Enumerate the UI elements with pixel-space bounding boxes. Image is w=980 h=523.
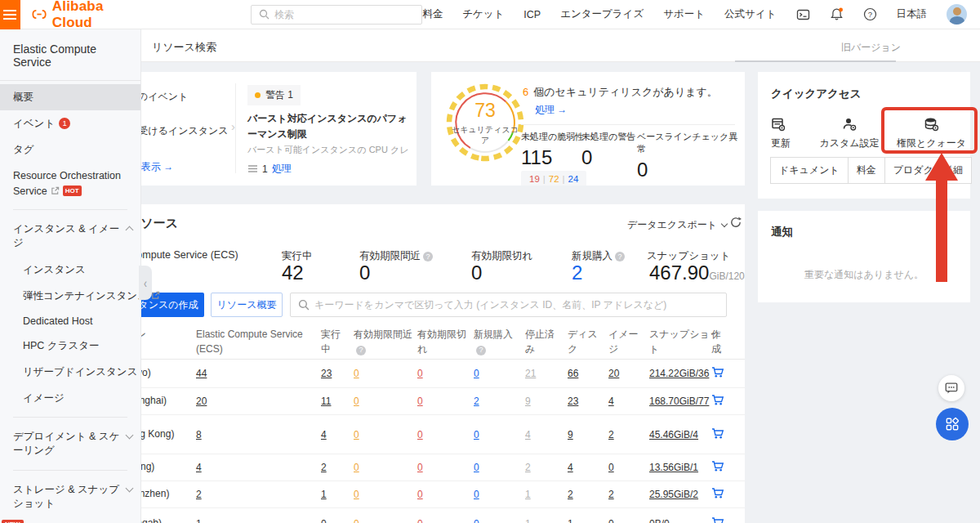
snapshot-link[interactable]: 214.22GiB/36: [649, 368, 709, 379]
near-expiry-link[interactable]: 0: [354, 518, 359, 523]
sidebar-item-instances[interactable]: インスタンス: [0, 257, 140, 284]
event-title[interactable]: バースト対応インスタンスのパフォーマンス制限: [247, 111, 411, 141]
ecs-count-link[interactable]: 1: [196, 518, 202, 523]
cart-icon[interactable]: [711, 395, 724, 409]
panel-collapse-handle[interactable]: ‹: [139, 266, 152, 300]
quick-access-permissions-quota[interactable]: 権限とクォータ: [897, 117, 965, 150]
disk-link[interactable]: 23: [568, 396, 578, 407]
expired-link[interactable]: 0: [417, 518, 423, 523]
data-export-dropdown[interactable]: データエクスポート: [627, 218, 727, 232]
image-link[interactable]: 0: [608, 518, 614, 523]
brand-logo[interactable]: Alibaba Cloud: [32, 0, 116, 31]
refresh-icon[interactable]: [729, 216, 742, 232]
sidebar-item-events[interactable]: イベント1: [0, 110, 140, 136]
sidebar-item-elastic-container[interactable]: 弾性コンテナインスタンス: [0, 284, 140, 310]
sidebar-item-tags[interactable]: タグ: [0, 136, 140, 163]
sidebar-item-hpc-cluster[interactable]: HPC クラスター: [0, 333, 140, 360]
stopped-link[interactable]: 1: [525, 518, 531, 523]
running-link[interactable]: 11: [321, 396, 331, 407]
nav-enterprise[interactable]: エンタープライズ: [560, 7, 644, 21]
resource-search-box[interactable]: [290, 293, 727, 317]
image-link[interactable]: 0: [608, 462, 614, 473]
new-purchase-link[interactable]: 0: [474, 518, 479, 523]
nav-official-site[interactable]: 公式サイト: [724, 7, 776, 21]
image-link[interactable]: 2: [608, 489, 614, 500]
expired-link[interactable]: 0: [417, 462, 423, 473]
sidebar-item-overview[interactable]: 概要: [0, 84, 140, 110]
pricing-button[interactable]: 料金: [848, 157, 885, 184]
ecs-count-link[interactable]: 2: [196, 489, 202, 500]
snapshot-link[interactable]: 45.46GiB/4: [649, 429, 698, 440]
sidebar-section-instances-images[interactable]: インスタンス & イメージ: [0, 215, 140, 257]
global-search[interactable]: [251, 5, 422, 25]
cart-icon[interactable]: [711, 488, 724, 502]
running-link[interactable]: 1: [321, 489, 327, 500]
stopped-link[interactable]: 21: [525, 368, 536, 379]
near-expiry-link[interactable]: 0: [354, 396, 359, 407]
security-handle-link[interactable]: 処理 →: [535, 103, 567, 117]
running-link[interactable]: 2: [321, 462, 327, 473]
language-selector[interactable]: 日本語: [897, 7, 928, 21]
image-link[interactable]: 4: [608, 396, 614, 407]
help-icon[interactable]: ?: [615, 252, 625, 262]
nav-pricing[interactable]: 料金: [422, 7, 443, 21]
new-purchase-link[interactable]: 2: [474, 396, 479, 407]
nav-support[interactable]: サポート: [663, 7, 705, 21]
ecs-count-link[interactable]: 4: [196, 462, 202, 473]
menu-icon[interactable]: [0, 0, 20, 29]
disk-link[interactable]: 9: [568, 429, 573, 440]
disk-link[interactable]: 66: [568, 368, 578, 379]
resource-search-input[interactable]: [314, 299, 726, 311]
near-expiry-link[interactable]: 0: [354, 462, 359, 473]
disk-link[interactable]: 1: [568, 518, 573, 523]
quick-access-custom-settings[interactable]: カスタム設定: [817, 117, 882, 150]
expired-link[interactable]: 0: [417, 489, 423, 500]
cart-icon[interactable]: [711, 517, 724, 523]
image-link[interactable]: 20: [608, 368, 619, 379]
help-icon[interactable]: ?: [476, 346, 486, 355]
expired-link[interactable]: 0: [417, 396, 423, 407]
snapshot-link[interactable]: 25.95GiB/2: [649, 489, 698, 500]
sidebar-item-dedicated-host[interactable]: Dedicated Host: [0, 310, 140, 333]
disk-link[interactable]: 2: [568, 489, 573, 500]
near-expiry-link[interactable]: 0: [354, 429, 359, 440]
expired-link[interactable]: 0: [417, 429, 423, 440]
nav-tickets[interactable]: チケット: [462, 7, 504, 21]
apps-button[interactable]: [936, 408, 969, 440]
ecs-count-link[interactable]: 8: [196, 429, 202, 440]
cart-icon[interactable]: [711, 367, 724, 381]
product-details-button[interactable]: プロダクト詳細: [884, 157, 972, 184]
snapshot-link[interactable]: 0B/0: [649, 518, 670, 523]
new-purchase-link[interactable]: 0: [474, 368, 479, 379]
near-expiry-link[interactable]: 0: [354, 489, 359, 500]
event-handle-link[interactable]: 処理: [272, 162, 292, 176]
help-icon[interactable]: ?: [356, 346, 366, 355]
resource-search-tab[interactable]: リソース検索: [152, 40, 216, 55]
sidebar-item-reserved-instances[interactable]: リザーブドインスタンス: [0, 360, 140, 386]
stopped-link[interactable]: 1: [525, 489, 531, 500]
snapshot-link[interactable]: 13.56GiB/1: [649, 462, 698, 473]
old-version-link[interactable]: 旧バージョン: [841, 41, 901, 55]
documentation-button[interactable]: ドキュメント: [770, 157, 849, 184]
disk-link[interactable]: 4: [568, 462, 573, 473]
sidebar-item-ros[interactable]: Resource Orchestration ServiceHOT: [0, 163, 140, 203]
resource-overview-button[interactable]: リソース概要: [211, 293, 283, 317]
ecs-count-link[interactable]: 20: [196, 396, 207, 407]
new-purchase-link[interactable]: 0: [474, 489, 479, 500]
nav-icp[interactable]: ICP: [523, 9, 541, 20]
help-icon[interactable]: ?: [423, 252, 433, 262]
running-link[interactable]: 0: [321, 518, 327, 523]
stopped-link[interactable]: 4: [525, 429, 531, 440]
stopped-link[interactable]: 9: [525, 396, 531, 407]
new-purchase-link[interactable]: 0: [474, 462, 479, 473]
running-link[interactable]: 23: [321, 368, 332, 379]
console-icon[interactable]: [796, 8, 810, 21]
new-purchase-link[interactable]: 0: [474, 429, 479, 440]
global-search-input[interactable]: [274, 9, 421, 20]
expired-link[interactable]: 0: [417, 368, 423, 379]
sidebar-section-storage-snapshots[interactable]: ストレージ & スナップショット: [0, 476, 140, 518]
stopped-link[interactable]: 2: [525, 462, 531, 473]
feedback-button[interactable]: [938, 375, 964, 401]
ecs-count-link[interactable]: 44: [196, 368, 207, 379]
sidebar-item-images[interactable]: イメージ: [0, 386, 140, 412]
